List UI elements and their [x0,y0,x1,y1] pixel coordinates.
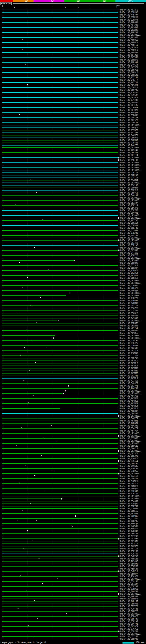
hit-row[interactable]: UniRef100_B6K8B8 [0,595,146,598]
hit-row[interactable]: UniRef100_C9SY39 [0,618,146,620]
hit-label[interactable]: UniRef100_B4KE08 [120,555,146,558]
hit-label[interactable]: UniRef100_B6TE96 [120,104,146,106]
hit-alignment-bar[interactable] [2,488,118,489]
hit-row[interactable]: UniRef100_A0C3D8 [0,425,146,427]
hit-label[interactable]: UniRef100_A6YMM1 [120,420,146,422]
hit-row[interactable]: UniRef100_UPI0000... [0,415,146,418]
hit-label[interactable]: UniRef100_B3EJY5 [120,342,146,344]
hit-row[interactable]: UniRef100_Q56H33 [0,106,146,109]
hit-label[interactable]: UniRef100_C6TJ74 [120,66,146,68]
hit-alignment-bar[interactable] [2,528,118,529]
hit-row[interactable]: UniRef100_P02406 [0,560,146,563]
hit-alignment-bar[interactable] [2,120,118,120]
hit-alignment-bar[interactable] [2,576,118,576]
hit-alignment-bar[interactable] [2,484,118,484]
hit-alignment-bar[interactable] [2,105,118,105]
hit-row[interactable]: UniRef100_C5DKJ7 [0,122,146,124]
hit-row[interactable]: UniRef100_UPI0000... [0,156,146,159]
hit-alignment-bar[interactable] [2,293,69,293]
hit-label[interactable]: UniRef100_UPI0000... [120,498,146,500]
hit-row[interactable]: UniRef100_A6YMR1 [0,274,146,277]
hit-alignment-bar[interactable] [2,12,118,12]
hit-alignment-bar[interactable] [2,636,118,637]
hit-row[interactable]: UniRef100_C5MW77 [0,573,146,575]
hit-label[interactable]: UniRef100_A9RE03 [120,32,146,34]
hit-alignment-bar[interactable] [2,571,118,572]
hit-label[interactable]: UniRef100_Q29150 [120,580,146,582]
hit-label[interactable]: UniRef100_Q844C6 [120,483,146,485]
hit-row[interactable]: UniRef100_A9PAN0 [0,52,146,54]
hit-label[interactable]: UniRef100_Q4PM83 [120,302,146,304]
hit-alignment-bar[interactable] [2,461,118,461]
hit-label[interactable]: UniRef100_A3LQV9 [120,503,146,505]
hit-label[interactable]: UniRef100_A6NQM9 [120,422,146,424]
hit-row[interactable]: UniRef100_B3L7M5 [0,209,146,212]
hit-alignment-bar[interactable] [2,265,118,266]
hit-alignment-bar[interactable] [2,386,68,386]
hit-alignment-bar[interactable] [2,396,118,396]
hit-label[interactable]: UniRef100_B2DZ66 [120,357,146,359]
hit-alignment-bar[interactable] [2,541,118,542]
hit-row[interactable]: UniRef100_C6T6T0 [0,96,146,99]
hit-alignment-bar[interactable] [2,348,118,348]
hit-row[interactable]: UniRef100_A6YML2 [0,400,146,402]
hit-row[interactable]: UniRef100_A7KCY6 [0,254,146,257]
hit-row[interactable]: UniRef100_Q9YGU8 [0,249,146,252]
hit-row[interactable]: UniRef100_UPI0000... [0,392,146,395]
hit-row[interactable]: UniRef100_UPI0000... [0,239,146,242]
hit-label[interactable]: UniRef100_B0CY91 [120,623,146,625]
hit-alignment-bar[interactable] [2,203,118,203]
hit-label[interactable]: UniRef100_A1BQE0 [120,616,146,618]
hit-row[interactable]: UniRef100_UPI0000... [0,334,146,337]
hit-alignment-bar[interactable] [2,538,118,539]
hit-row[interactable]: UniRef100_C5GM92 [0,563,146,565]
hit-row[interactable]: UniRef100_A6YMM6 [0,372,146,375]
hit-label[interactable]: UniRef100_Q29GM5 [120,540,146,542]
hit-alignment-bar[interactable] [2,97,118,98]
hit-row[interactable]: UniRef100_UPI0000... [0,633,146,635]
hit-alignment-bar[interactable] [2,200,118,200]
hit-row[interactable]: UniRef100_UPI0000... [0,613,146,615]
hit-alignment-bar[interactable] [2,551,118,552]
hit-row[interactable]: UniRef100_B5WLM5 [0,565,146,568]
hit-alignment-bar[interactable] [2,340,118,341]
hit-alignment-bar[interactable] [2,343,118,343]
hit-alignment-bar[interactable] [2,584,118,584]
hit-label[interactable]: UniRef100_C6T5S2 [120,56,146,58]
hit-label[interactable]: UniRef100_C1E430 [120,12,146,14]
hit-label[interactable]: UniRef100_C1MPX2 [120,16,146,18]
hit-label[interactable]: UniRef100_UPI0000... [120,162,146,164]
hit-row[interactable]: UniRef100_C6TJ74 [0,66,146,69]
hit-alignment-bar[interactable] [2,80,118,80]
hit-label[interactable]: UniRef100_A6YML9 [120,360,146,362]
hit-label[interactable]: UniRef100_Q5QB12 [120,312,146,314]
hit-alignment-bar[interactable] [2,25,118,25]
hit-alignment-bar[interactable] [2,418,118,418]
hit-label[interactable]: UniRef100_A6YV67 [120,430,146,432]
hit-row[interactable]: UniRef100_Q9MAW6 [0,102,146,104]
hit-alignment-bar[interactable] [2,158,118,158]
hit-alignment-bar[interactable] [2,122,118,123]
hit-alignment-bar[interactable] [2,242,118,243]
hit-alignment-bar[interactable] [2,433,118,434]
hit-row[interactable]: UniRef100_UPI0000... [0,247,146,249]
hit-alignment-bar[interactable] [2,448,118,449]
hit-row[interactable]: UniRef100_B2DZ66 [0,357,146,360]
hit-row[interactable]: UniRef100_C5VQ77 [0,129,146,132]
hit-label[interactable]: UniRef100_B6K8B8 [120,596,146,598]
hit-label[interactable]: UniRef100_Q6G765 [120,462,146,465]
hit-row[interactable]: UniRef100_UPI0000... [0,498,146,500]
hit-row[interactable]: UniRef100_UPI0000... [0,440,146,442]
hit-alignment-bar[interactable] [2,496,118,496]
hit-alignment-bar[interactable] [2,611,118,612]
hit-alignment-bar[interactable] [2,544,118,544]
hit-label[interactable]: UniRef100_UPI0000... [120,435,146,437]
hit-label[interactable]: UniRef100_UPI0000... [120,392,146,394]
hit-row[interactable]: UniRef100_Q61Z87 [0,583,146,585]
hit-alignment-bar[interactable] [2,466,118,466]
hit-row[interactable]: UniRef100_Q913T0 [0,452,146,455]
hit-label[interactable]: UniRef100_P41090 [120,538,146,540]
hit-row[interactable]: UniRef100_B4KE08 [0,555,146,558]
hit-alignment-bar[interactable] [2,591,118,592]
hit-row[interactable]: UniRef100_Q8JJX3 [0,242,146,244]
